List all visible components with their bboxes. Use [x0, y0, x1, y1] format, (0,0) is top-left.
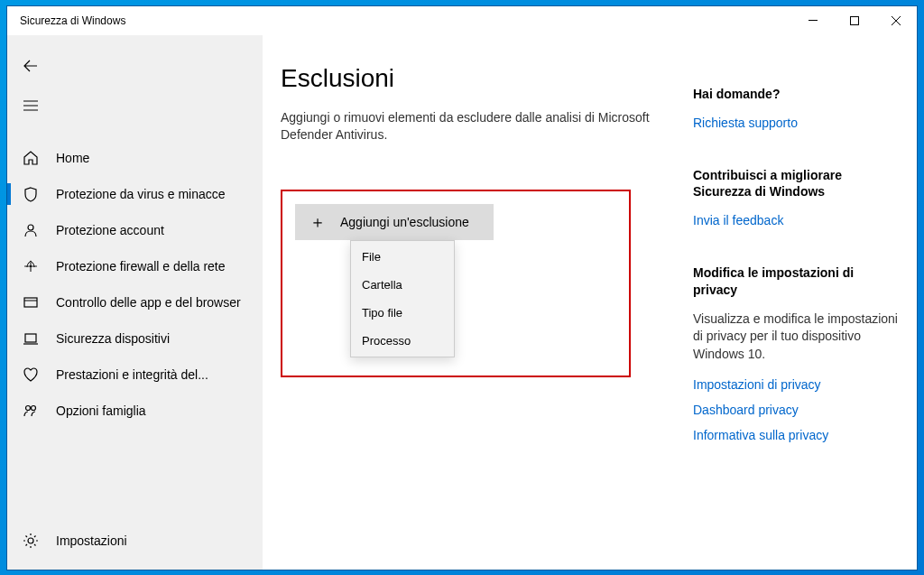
- close-icon: [892, 16, 901, 25]
- add-button-label: Aggiungi un'esclusione: [340, 215, 469, 229]
- app-window: Sicurezza di Windows: [6, 5, 918, 570]
- back-button[interactable]: [13, 48, 49, 84]
- svg-point-3: [30, 265, 32, 267]
- plus-icon: ＋: [310, 211, 326, 233]
- sidebar-item-firewall[interactable]: Protezione firewall e della rete: [7, 248, 263, 284]
- sidebar: Home Protezione da virus e minacce Prote…: [7, 35, 263, 570]
- nav-label: Protezione firewall e della rete: [56, 259, 226, 274]
- right-panel: Hai domande? Richiesta supporto Contribu…: [693, 35, 917, 570]
- dropdown-item-folder[interactable]: Cartella: [351, 271, 454, 299]
- content: Esclusioni Aggiungi o rimuovi elementi d…: [263, 35, 917, 570]
- privacy-statement-link[interactable]: Informativa sulla privacy: [693, 427, 899, 443]
- help-section: Hai domande? Richiesta supporto: [693, 86, 899, 131]
- family-icon: [22, 402, 40, 420]
- privacy-section: Modifica le impostazioni di privacy Visu…: [693, 264, 899, 443]
- sidebar-footer: Impostazioni: [7, 523, 263, 570]
- svg-rect-0: [808, 20, 818, 21]
- minimize-button[interactable]: [792, 6, 834, 35]
- sidebar-item-family[interactable]: Opzioni famiglia: [7, 393, 263, 429]
- dropdown-item-filetype[interactable]: Tipo file: [351, 299, 454, 327]
- nav-label: Protezione account: [56, 223, 164, 237]
- body: Home Protezione da virus e minacce Prote…: [7, 35, 917, 570]
- exclusion-dropdown: File Cartella Tipo file Processo: [350, 240, 455, 357]
- section-heading: Modifica le impostazioni di privacy: [693, 264, 899, 297]
- section-heading: Contribuisci a migliorare Sicurezza di W…: [693, 167, 899, 199]
- minimize-icon: [808, 20, 818, 21]
- nav-label: Impostazioni: [56, 533, 127, 548]
- sidebar-item-home[interactable]: Home: [7, 140, 263, 176]
- maximize-icon: [850, 16, 859, 25]
- sidebar-item-account-protection[interactable]: Protezione account: [7, 212, 263, 248]
- privacy-settings-link[interactable]: Impostazioni di privacy: [693, 376, 899, 393]
- exclusion-box: ＋ Aggiungi un'esclusione File Cartella T…: [281, 190, 631, 377]
- close-button[interactable]: [875, 6, 917, 35]
- nav-label: Controllo delle app e del browser: [56, 295, 241, 310]
- sidebar-item-health[interactable]: Prestazioni e integrità del...: [7, 357, 263, 393]
- titlebar: Sicurezza di Windows: [7, 6, 917, 35]
- svg-rect-5: [25, 334, 36, 342]
- section-heading: Hai domande?: [693, 86, 899, 102]
- hamburger-button[interactable]: [13, 88, 49, 124]
- sidebar-item-device-security[interactable]: Sicurezza dispositivi: [7, 320, 263, 357]
- section-text: Visualizza e modifica le impostazioni di…: [693, 311, 899, 364]
- svg-rect-4: [24, 298, 37, 307]
- dropdown-item-process[interactable]: Processo: [351, 327, 454, 355]
- sidebar-item-settings[interactable]: Impostazioni: [7, 523, 263, 559]
- maximize-button[interactable]: [834, 6, 875, 35]
- main: Esclusioni Aggiungi o rimuovi elementi d…: [263, 35, 693, 570]
- health-icon: [22, 366, 40, 384]
- sidebar-item-app-control[interactable]: Controllo delle app e del browser: [7, 284, 263, 320]
- send-feedback-link[interactable]: Invia il feedback: [693, 212, 899, 228]
- nav-label: Prestazioni e integrità del...: [56, 367, 208, 382]
- privacy-dashboard-link[interactable]: Dashboard privacy: [693, 402, 899, 418]
- nav-label: Opzioni famiglia: [56, 403, 146, 418]
- svg-point-2: [28, 225, 33, 230]
- nav-label: Sicurezza dispositivi: [56, 331, 170, 346]
- firewall-icon: [22, 257, 40, 275]
- app-browser-icon: [22, 293, 40, 311]
- account-icon: [22, 221, 40, 239]
- page-title: Esclusioni: [281, 64, 675, 93]
- dropdown-item-file[interactable]: File: [351, 243, 454, 271]
- sidebar-item-virus-protection[interactable]: Protezione da virus e minacce: [7, 176, 263, 212]
- hamburger-icon: [23, 100, 38, 111]
- device-icon: [22, 329, 40, 348]
- home-icon: [22, 149, 40, 167]
- svg-point-6: [26, 405, 31, 410]
- window-title: Sicurezza di Windows: [20, 14, 125, 27]
- gear-icon: [22, 532, 40, 550]
- nav: Home Protezione da virus e minacce Prote…: [7, 140, 263, 523]
- window-controls: [792, 6, 917, 35]
- shield-icon: [22, 185, 40, 203]
- add-exclusion-button[interactable]: ＋ Aggiungi un'esclusione: [295, 204, 494, 240]
- svg-point-7: [32, 405, 36, 410]
- feedback-section: Contribuisci a migliorare Sicurezza di W…: [693, 167, 899, 229]
- svg-point-8: [28, 538, 33, 543]
- back-arrow-icon: [23, 60, 38, 72]
- svg-rect-1: [851, 16, 859, 24]
- nav-label: Home: [56, 151, 89, 165]
- nav-label: Protezione da virus e minacce: [56, 187, 226, 201]
- page-description: Aggiungi o rimuovi elementi da escludere…: [281, 109, 669, 144]
- support-request-link[interactable]: Richiesta supporto: [693, 115, 899, 131]
